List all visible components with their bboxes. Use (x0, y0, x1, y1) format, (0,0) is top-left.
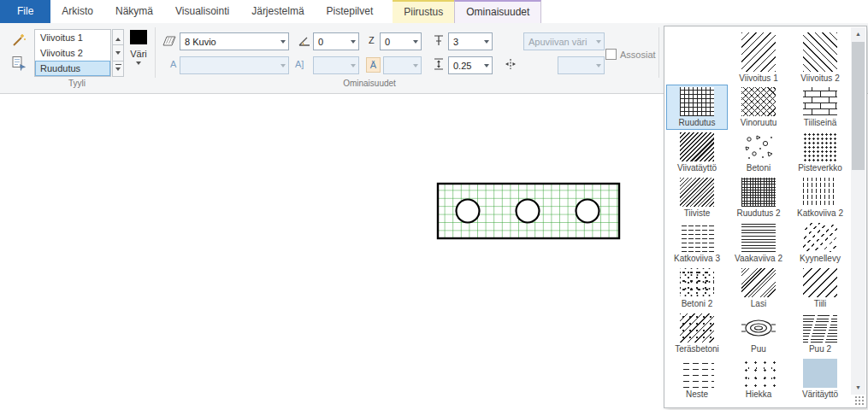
tab-ominaisuudet[interactable]: Ominaisuudet (454, 0, 541, 23)
gallery-item-vaakaviiva-2[interactable]: Vaakaviiva 2 (728, 220, 789, 266)
style-item-ruudutus[interactable]: Ruudutus (35, 61, 110, 76)
group-separator (155, 27, 156, 78)
scrollbar-thumb[interactable] (852, 42, 865, 170)
row-spacing-combo-arrow-icon[interactable] (481, 33, 492, 50)
gallery-item-terasbetoni[interactable]: Teräsbetoni (666, 311, 728, 356)
gallery-item-varitaytto[interactable]: Väritäyttö (789, 356, 851, 401)
hole-circle-3[interactable] (576, 200, 599, 223)
ae-toggle[interactable]: Ä (366, 57, 381, 73)
gallery-item-label: Puu (751, 344, 766, 354)
tab-nakyma[interactable]: Näkymä (104, 0, 164, 23)
hole-circle-1[interactable] (457, 200, 480, 223)
color-button[interactable]: Väri (127, 29, 151, 80)
angle-value: 0 (314, 37, 347, 47)
tab-pistepilvet[interactable]: Pistepilvet (316, 0, 385, 23)
gallery-item-tiiviste[interactable]: Tiiviste (666, 175, 728, 220)
pattern-swatch-icon (680, 313, 714, 343)
pattern-type-icon (162, 33, 177, 49)
pattern-combo[interactable]: 8 Kuvio (180, 32, 289, 50)
gallery-item-pisteverkko[interactable]: Pisteverkko (789, 130, 851, 175)
scrollbar-down-icon[interactable]: ▼ (851, 381, 865, 395)
z-combo[interactable]: 0 (380, 32, 422, 50)
gallery-item-label: Tiiviste (684, 208, 711, 218)
gallery-item-viivataytto[interactable]: Viivatäyttö (666, 130, 728, 175)
gallery-item-puu-2[interactable]: Puu 2 (789, 311, 851, 356)
gallery-item-empty[interactable] (666, 30, 728, 85)
tolerance-combo-arrow-icon[interactable] (481, 57, 492, 73)
pattern-swatch-icon (741, 268, 776, 297)
gallery-item-label: Teräsbetoni (675, 344, 719, 354)
gallery-scrollbar[interactable]: ▲ ▼ (851, 27, 865, 395)
gallery-item-label: Betoni 2 (682, 299, 713, 308)
pattern-swatch-icon (803, 178, 837, 207)
pattern-combo-arrow-icon[interactable] (277, 33, 288, 50)
gallery-item-label: Puu 2 (809, 344, 831, 354)
angle-combo-arrow-icon[interactable] (347, 33, 358, 50)
row-spacing-combo[interactable]: 3 (448, 32, 493, 50)
tab-visualisointi[interactable]: Visualisointi (164, 0, 240, 23)
hatch-wand-icon (10, 32, 27, 49)
gallery-item-hiekka[interactable]: Hiekka (728, 356, 789, 401)
color-dropdown-arrow-icon[interactable] (136, 62, 141, 67)
concrete-pattern-icon (741, 132, 776, 161)
gallery-item-tiiliseina[interactable]: Tiiliseinä (789, 85, 851, 130)
gallery-item-betoni-2[interactable]: Betoni 2 (666, 266, 728, 311)
associative-checkbox[interactable] (605, 49, 617, 60)
aj-label: A] (295, 59, 304, 69)
column-spacing-icon (432, 57, 446, 71)
style-scroll-up-button[interactable] (112, 29, 124, 45)
gallery-item-kyynellevy[interactable]: Kyynellevy (789, 220, 851, 266)
gallery-item-label: Kyynellevy (800, 254, 841, 263)
ribbon-tab-bar: File Arkisto Näkymä Visualisointi Järjes… (0, 0, 868, 23)
scrollbar-up-icon[interactable]: ▲ (851, 27, 865, 41)
pattern-swatch-icon (680, 178, 714, 207)
gallery-item-label: Viivatäyttö (677, 163, 717, 173)
gallery-item-puu[interactable]: Puu (728, 311, 789, 356)
hatched-rectangle-drawing[interactable] (436, 182, 623, 242)
gallery-item-label: Vinoruutu (741, 118, 777, 127)
hole-circle-2[interactable] (517, 200, 540, 223)
gallery-item-betoni[interactable]: Betoni (728, 130, 789, 175)
gallery-item-viivoitus-2[interactable]: Viivoitus 2 (789, 30, 851, 85)
row-spacing-icon (432, 33, 446, 47)
gallery-item-label: Tiili (814, 299, 827, 308)
gallery-item-vinoruutu[interactable]: Vinoruutu (728, 85, 789, 130)
gallery-item-label: Tiiliseinä (804, 118, 837, 127)
gallery-item-katkoviiva-2[interactable]: Katkoviiva 2 (789, 175, 851, 220)
guide-color-combo-arrow-icon (593, 33, 604, 50)
style-scroll-down-button[interactable] (112, 45, 124, 61)
z-combo-arrow-icon[interactable] (410, 33, 421, 50)
group-separator (658, 27, 659, 78)
tolerance-combo[interactable]: 0.25 (448, 56, 493, 74)
a-label: A (170, 59, 176, 69)
style-gallery-expand-button[interactable] (112, 62, 124, 77)
app-window: File Arkisto Näkymä Visualisointi Järjes… (0, 0, 868, 410)
tab-arkisto[interactable]: Arkisto (50, 0, 104, 23)
tab-file[interactable]: File (0, 0, 50, 23)
gallery-item-katkoviiva-3[interactable]: Katkoviiva 3 (666, 220, 728, 266)
gallery-item-label: Väritäyttö (802, 390, 838, 399)
tab-piirustus[interactable]: Piirustus (393, 0, 454, 23)
gallery-item-ruudutus-2[interactable]: Ruudutus 2 (728, 175, 789, 220)
gallery-item-label: Viivoitus 2 (800, 73, 839, 83)
gallery-item-neste[interactable]: Neste (666, 356, 728, 401)
style-item-viivoitus-1[interactable]: Viivoitus 1 (35, 30, 110, 45)
tab-jarjestelma[interactable]: Järjestelmä (240, 0, 315, 23)
pattern-swatch-icon (741, 132, 776, 161)
pattern-swatch-icon (680, 359, 714, 388)
panel-resize-grip[interactable] (854, 395, 865, 406)
gallery-item-lasi[interactable]: Lasi (728, 266, 789, 311)
pattern-swatch-icon (803, 359, 837, 388)
angle-combo[interactable]: 0 (313, 32, 359, 50)
gallery-item-ruudutus[interactable]: Ruudutus (666, 85, 728, 130)
flood-hatch-button[interactable] (9, 30, 29, 50)
match-pattern-button[interactable] (9, 53, 29, 73)
gallery-item-label: Lasi (751, 299, 766, 308)
style-item-viivoitus-2[interactable]: Viivoitus 2 (35, 45, 110, 61)
gallery-item-label: Ruudutus (679, 118, 716, 127)
gallery-item-tiili[interactable]: Tiili (789, 266, 851, 311)
guide-color-label: Apuviivan väri (524, 37, 593, 47)
a-combo (180, 56, 289, 74)
gallery-item-label: Pisteverkko (798, 163, 842, 173)
gallery-item-viivoitus-1[interactable]: Viivoitus 1 (728, 30, 789, 85)
